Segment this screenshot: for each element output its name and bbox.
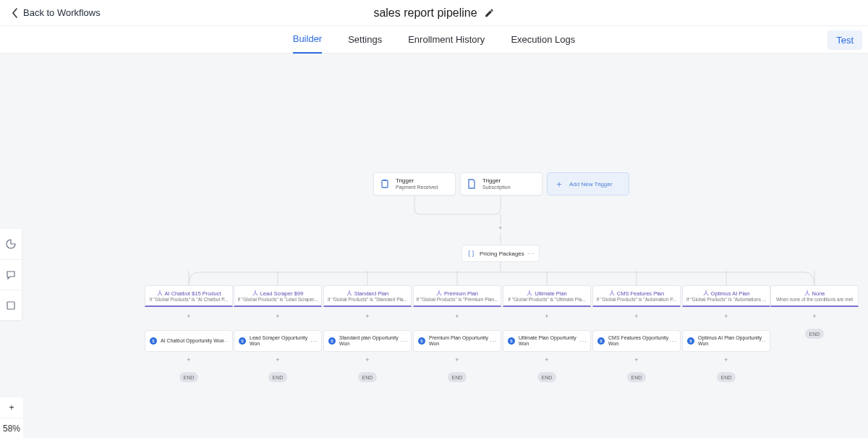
end-pill: END [627, 372, 646, 382]
node-menu-icon[interactable]: ⋯ [579, 337, 587, 345]
add-step-plus[interactable]: + [454, 356, 461, 363]
canvas-footer-tools: + 58% [0, 397, 23, 438]
branch-none[interactable]: None When none of the conditions are met [770, 285, 859, 307]
tab-builder[interactable]: Builder [293, 26, 322, 54]
plus-icon: ＋ [555, 178, 563, 190]
back-label: Back to Workflows [23, 7, 101, 18]
branch-ultimate[interactable]: Ultimate Plan If "Global Products" is "U… [503, 285, 591, 307]
branch-icon [609, 290, 615, 296]
connectors [0, 54, 868, 438]
trigger-label: Trigger [482, 178, 511, 185]
end-pill: END [358, 372, 377, 382]
node-menu-icon[interactable]: ⋯ [310, 337, 318, 345]
add-step-plus[interactable]: + [543, 356, 550, 363]
dollar-icon: $ [150, 337, 157, 345]
end-pill: END [448, 372, 467, 382]
add-step-plus[interactable]: + [454, 313, 461, 320]
action-pricing-label: Pricing Packages [480, 250, 524, 257]
trigger-payment-received[interactable]: Trigger Payment Received [373, 172, 456, 195]
action-pricing-packages[interactable]: { } Pricing Packages ⋯ [461, 245, 540, 262]
svg-rect-13 [383, 180, 386, 181]
opp-lead-scraper[interactable]: $Lead Scraper Opportunity Won⋯ [234, 330, 322, 352]
comments-tool[interactable] [0, 259, 22, 290]
action-menu-icon[interactable]: ⋯ [527, 250, 535, 258]
svg-rect-12 [382, 180, 388, 188]
node-menu-icon[interactable]: ⋯ [221, 337, 229, 345]
add-node-button[interactable]: + [0, 397, 23, 418]
add-step-plus[interactable]: + [364, 356, 371, 363]
top-bar: Back to Workflows sales report pipeline [0, 0, 868, 26]
node-menu-icon[interactable]: ⋯ [400, 337, 407, 345]
tab-execution-logs[interactable]: Execution Logs [511, 26, 575, 54]
edit-icon[interactable] [485, 8, 495, 18]
tab-settings[interactable]: Settings [348, 26, 382, 54]
add-step-plus[interactable]: + [723, 356, 730, 363]
dollar-icon: $ [239, 337, 246, 345]
zoom-level[interactable]: 58% [0, 418, 23, 438]
test-button[interactable]: Test [827, 30, 862, 50]
add-step-plus[interactable]: + [185, 313, 192, 320]
chevron-left-icon [12, 8, 19, 18]
node-menu-icon[interactable]: ⋯ [669, 337, 676, 345]
add-step-plus[interactable]: + [274, 313, 281, 320]
node-menu-icon[interactable]: ⋯ [759, 337, 766, 345]
trigger-subscription[interactable]: Trigger Subscription [460, 172, 542, 195]
node-menu-icon[interactable]: ⋯ [490, 337, 497, 345]
end-pill: END [268, 372, 287, 382]
branch-standard[interactable]: Standard Plan If "Global Products" is "S… [323, 285, 412, 307]
branch-icon [346, 290, 352, 296]
clipboard-icon [380, 179, 390, 189]
add-new-trigger-button[interactable]: ＋ Add New Trigger [547, 172, 629, 195]
branch-icon [436, 290, 442, 296]
opp-standard[interactable]: $Standard plan Opportunity Won⋯ [323, 330, 412, 352]
opp-cms[interactable]: $CMS Features Opportunity Won⋯ [592, 330, 681, 352]
trigger-payment-text: Payment Received [396, 185, 438, 190]
add-step-plus[interactable]: + [811, 313, 818, 320]
side-tools [0, 229, 22, 320]
add-step-plus[interactable]: + [497, 224, 504, 232]
branch-icon [804, 290, 810, 296]
branch-cms-features[interactable]: CMS Features Plan If "Global Products" i… [592, 285, 681, 307]
dollar-icon: $ [418, 337, 425, 345]
add-step-plus[interactable]: + [633, 313, 640, 320]
add-step-plus[interactable]: + [274, 356, 281, 363]
opp-ai-chatbot[interactable]: $AI Chatbot Opportunity Won⋯ [145, 330, 233, 352]
tab-enrollment-history[interactable]: Enrollment History [408, 26, 485, 54]
workflow-title-wrap: sales report pipeline [373, 7, 494, 20]
workflow-title: sales report pipeline [373, 7, 477, 20]
dollar-icon: $ [687, 337, 694, 345]
dollar-icon: $ [328, 337, 336, 345]
branch-ai-chatbot[interactable]: AI Chatbot $15 Product If "Global Produc… [145, 285, 233, 307]
branch-icon [252, 290, 258, 296]
tab-bar: Builder Settings Enrollment History Exec… [0, 26, 868, 54]
trigger-label: Trigger [396, 178, 438, 185]
branch-lead-scraper[interactable]: Lead Scraper $99 If "Global Products" is… [234, 285, 322, 307]
add-step-plus[interactable]: + [633, 356, 640, 363]
braces-icon: { } [468, 250, 475, 257]
end-pill: END [179, 372, 198, 382]
add-step-plus[interactable]: + [185, 356, 192, 363]
opp-optimus[interactable]: $Optimus AI Plan Opportunity Won⋯ [682, 330, 770, 352]
branch-premium[interactable]: Premium Plan If "Global Products" is "Pr… [413, 285, 501, 307]
stats-tool[interactable] [0, 229, 22, 259]
branch-icon [157, 290, 163, 296]
opp-ultimate[interactable]: $Ultimate Plan Opportunity Won⋯ [503, 330, 591, 352]
back-to-workflows-link[interactable]: Back to Workflows [12, 7, 101, 18]
end-pill: END [537, 372, 556, 382]
svg-rect-0 [7, 302, 14, 309]
branch-icon [527, 290, 532, 296]
notes-tool[interactable] [0, 290, 22, 320]
pie-chart-icon [6, 239, 16, 249]
end-pill: END [805, 329, 824, 339]
add-step-plus[interactable]: + [543, 313, 550, 320]
branch-icon [703, 290, 709, 296]
add-step-plus[interactable]: + [364, 313, 371, 320]
dollar-icon: $ [597, 337, 605, 345]
note-icon [6, 300, 16, 311]
comment-icon [6, 270, 16, 280]
add-step-plus[interactable]: + [723, 313, 730, 320]
document-icon [467, 179, 477, 189]
branch-optimus[interactable]: Optimus AI Plan If "Global Products" is … [682, 285, 770, 307]
opp-premium[interactable]: $Premium Plan Opportunity Won⋯ [413, 330, 501, 352]
workflow-canvas[interactable]: + 58% Trigger Payment Received Trigger S… [0, 54, 868, 438]
